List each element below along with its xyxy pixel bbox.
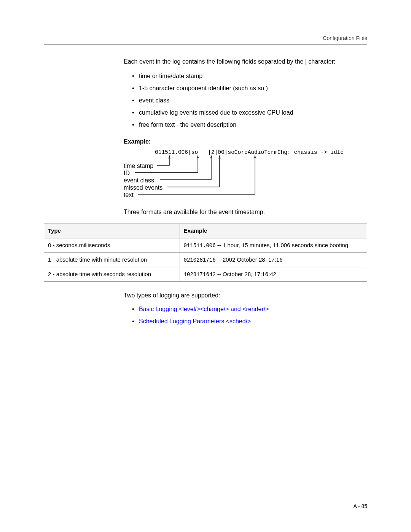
two-types-intro: Two types of logging are supported: — [124, 291, 367, 300]
table-cell-type: 1 - absolute time with minute resolution — [44, 252, 180, 267]
timestamp-formats-intro: Three formats are available for the even… — [124, 208, 367, 217]
diagram-labels: time stamp ID event class missed events … — [124, 162, 162, 198]
content-area: Each event in the log contains the follo… — [124, 57, 367, 326]
link-scheduled-logging[interactable]: Scheduled Logging Parameters <sched/> — [139, 318, 251, 324]
diagram-label-text: text — [124, 191, 162, 198]
table-header-example: Example — [180, 224, 367, 238]
list-item: cumulative log events missed due to exce… — [132, 108, 367, 117]
list-item: Basic Logging <level/><change/> and <ren… — [132, 305, 367, 314]
table-cell-rest: -- 1 hour, 15 minutes, 11.006 seconds si… — [216, 242, 350, 248]
header-rule — [44, 44, 367, 45]
list-item: 1-5 character component identifier (such… — [132, 84, 367, 93]
table-cell-code: 0210281716 — [184, 257, 216, 263]
field-bullet-list: time or time/date stamp 1-5 character co… — [124, 72, 367, 129]
page: Configuration Files Each event in the lo… — [0, 0, 411, 532]
table-cell-example: 0210281716 -- 2002 October 28, 17:16 — [180, 252, 367, 267]
table-cell-type: 2 - absolute time with seconds resolutio… — [44, 267, 180, 281]
table-cell-rest: -- 2002 October 28, 17:16 — [216, 256, 283, 263]
table-row: 1 - absolute time with minute resolution… — [44, 252, 367, 267]
table-cell-code: 011511.006 — [184, 243, 216, 249]
diagram-label-timestamp: time stamp — [124, 162, 162, 169]
table-cell-rest: -- October 28, 17:16:42 — [216, 271, 276, 277]
list-item: event class — [132, 96, 367, 105]
example-heading: Example: — [124, 137, 367, 146]
diagram-label-eventclass: event class — [124, 177, 162, 184]
diagram-label-id: ID — [124, 169, 162, 177]
link-basic-logging[interactable]: Basic Logging <level/><change/> and <ren… — [139, 306, 269, 312]
timestamp-formats-table: Type Example 0 - seconds.milliseconds 01… — [44, 224, 367, 282]
list-item: Scheduled Logging Parameters <sched/> — [132, 317, 367, 326]
table-cell-code: 1028171642 — [184, 272, 216, 278]
table-row: 2 - absolute time with seconds resolutio… — [44, 267, 367, 281]
example-diagram: 011511.006|so |2|00|soCoreAudioTermChg: … — [124, 149, 367, 204]
list-item: free form text - the event description — [132, 120, 367, 129]
table-cell-type: 0 - seconds.milliseconds — [44, 238, 180, 252]
list-item: time or time/date stamp — [132, 72, 367, 81]
header-section-label: Configuration Files — [323, 35, 367, 41]
table-header-type: Type — [44, 224, 180, 238]
table-header-row: Type Example — [44, 224, 367, 238]
page-number: A - 85 — [353, 503, 367, 509]
table-cell-example: 1028171642 -- October 28, 17:16:42 — [180, 267, 367, 281]
example-code-line: 011511.006|so |2|00|soCoreAudioTermChg: … — [155, 149, 344, 157]
diagram-label-missed: missed events — [124, 184, 162, 191]
logging-links-list: Basic Logging <level/><change/> and <ren… — [124, 305, 367, 326]
table-row: 0 - seconds.milliseconds 011511.006 -- 1… — [44, 238, 367, 252]
table-cell-example: 011511.006 -- 1 hour, 15 minutes, 11.006… — [180, 238, 367, 252]
intro-paragraph: Each event in the log contains the follo… — [124, 57, 367, 66]
